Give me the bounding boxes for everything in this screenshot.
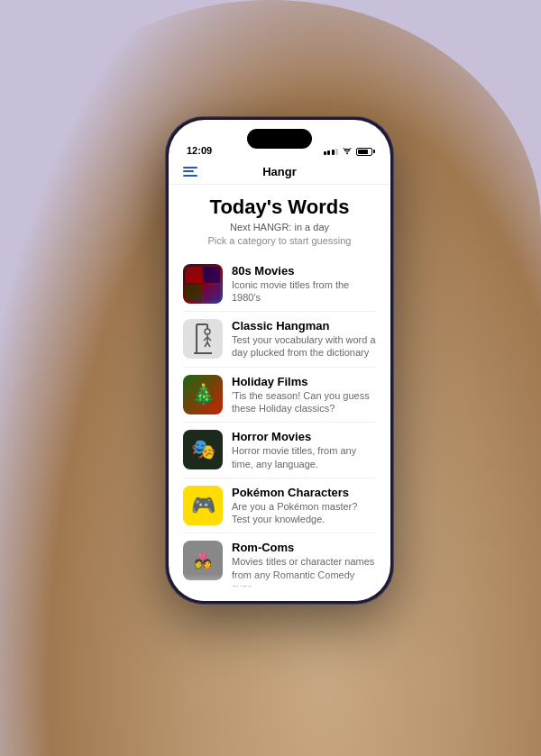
- category-text-hangman: Classic Hangman Test your vocabulary wit…: [232, 319, 376, 360]
- wifi-icon: [342, 148, 353, 156]
- svg-point-4: [205, 329, 210, 334]
- category-name-horror: Horror Movies: [232, 430, 376, 443]
- category-item-romcoms[interactable]: 💑 Rom-Coms Movies titles or character na…: [183, 533, 376, 586]
- app-content: Hangr Today's Words Next HANGR: in a day…: [169, 159, 390, 601]
- subtitle-text: Pick a category to start guessing: [183, 235, 376, 246]
- svg-line-9: [207, 342, 210, 347]
- svg-line-8: [205, 342, 207, 347]
- status-time: 12:09: [187, 145, 212, 156]
- category-name-hangman: Classic Hangman: [232, 319, 376, 332]
- status-icons: [324, 148, 373, 156]
- category-list: 80s Movies Iconic movie titles from the …: [183, 257, 376, 587]
- next-hangr-text: Next HANGR: in a day: [183, 222, 376, 232]
- category-name-80s: 80s Movies: [232, 264, 376, 278]
- category-text-romcoms: Rom-Coms Movies titles or character name…: [232, 541, 376, 586]
- category-thumb-romcoms: 💑: [183, 541, 223, 580]
- battery-icon: [356, 148, 372, 156]
- category-item-horror[interactable]: 🎭 Horror Movies Horror movie titles, fro…: [183, 423, 376, 478]
- category-desc-pokemon: Are you a Pokémon master? Test your know…: [232, 500, 376, 526]
- category-desc-holiday: 'Tis the season! Can you guess these Hol…: [232, 389, 376, 415]
- hangman-icon: [189, 323, 216, 355]
- category-text-pokemon: Pokémon Characters Are you a Pokémon mas…: [232, 486, 376, 526]
- nav-title: Hangr: [262, 165, 297, 178]
- category-item-holiday[interactable]: 🎄 Holiday Films 'Tis the season! Can you…: [183, 368, 376, 424]
- category-desc-horror: Horror movie titles, from any time, any …: [232, 444, 376, 470]
- page-title: Today's Words: [183, 196, 376, 219]
- category-name-pokemon: Pokémon Characters: [232, 486, 376, 499]
- category-thumb-horror: 🎭: [183, 430, 223, 469]
- phone-frame: 12:09: [166, 117, 393, 604]
- category-desc-hangman: Test your vocabulary with word a day plu…: [232, 333, 376, 360]
- category-thumb-80s: [183, 264, 223, 304]
- category-text-80s: 80s Movies Iconic movie titles from the …: [232, 264, 376, 305]
- main-content: Today's Words Next HANGR: in a day Pick …: [169, 185, 390, 587]
- category-item-hangman[interactable]: Classic Hangman Test your vocabulary wit…: [183, 312, 376, 368]
- category-name-romcoms: Rom-Coms: [232, 541, 376, 554]
- category-thumb-hangman: [183, 319, 223, 359]
- category-thumb-holiday: 🎄: [183, 375, 223, 414]
- category-text-holiday: Holiday Films 'Tis the season! Can you g…: [232, 375, 376, 415]
- category-thumb-pokemon: 🎮: [183, 486, 223, 525]
- category-item-pokemon[interactable]: 🎮 Pokémon Characters Are you a Pokémon m…: [183, 478, 376, 534]
- category-desc-romcoms: Movies titles or character names from an…: [232, 555, 376, 586]
- menu-button[interactable]: [183, 167, 197, 177]
- dynamic-island: [247, 129, 312, 149]
- category-text-horror: Horror Movies Horror movie titles, from …: [232, 430, 376, 470]
- category-name-holiday: Holiday Films: [232, 375, 376, 388]
- category-desc-80s: Iconic movie titles from the 1980's: [232, 278, 376, 305]
- signal-icon: [324, 149, 339, 155]
- nav-bar: Hangr: [169, 159, 390, 185]
- category-item-80s-movies[interactable]: 80s Movies Iconic movie titles from the …: [183, 257, 376, 313]
